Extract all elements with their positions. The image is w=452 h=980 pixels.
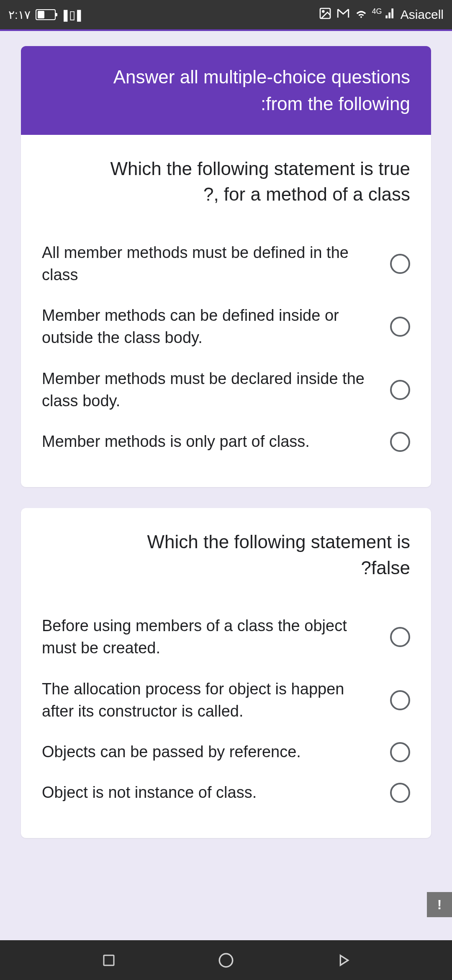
radio-icon[interactable]: [390, 380, 410, 400]
form-header: Answer all multiple-choice questions :fr…: [21, 46, 431, 135]
option-row[interactable]: Member methods can be defined inside or …: [42, 295, 410, 358]
option-row[interactable]: All member methods must be defined in th…: [42, 232, 410, 295]
radio-icon[interactable]: [390, 690, 410, 710]
wifi-icon: [354, 7, 368, 23]
option-row[interactable]: Before using members of a class the obje…: [42, 606, 410, 668]
svg-point-3: [219, 954, 233, 967]
vibrate-icon: ❚▯❚: [61, 8, 82, 22]
option-text: Member methods can be defined inside or …: [42, 304, 378, 349]
nav-back-button[interactable]: [333, 950, 354, 971]
nav-recent-button[interactable]: [98, 950, 119, 971]
header-title-line1: Answer all multiple-choice questions: [42, 64, 410, 90]
option-text: Member methods must be declared inside t…: [42, 368, 378, 412]
option-row[interactable]: Object is not instance of class.: [42, 772, 410, 813]
carrier-name: Asiacell: [401, 8, 444, 22]
status-bar: ٢:١٧ ❚▯❚ 4G Asiacell: [0, 0, 452, 29]
option-row[interactable]: The allocation process for object is hap…: [42, 669, 410, 732]
navigation-bar: [0, 940, 452, 980]
radio-icon[interactable]: [390, 317, 410, 337]
option-row[interactable]: Objects can be passed by reference.: [42, 732, 410, 772]
radio-icon[interactable]: [390, 432, 410, 452]
battery-icon: [36, 9, 56, 20]
status-right: 4G Asiacell: [318, 6, 444, 23]
status-time: ٢:١٧: [8, 8, 31, 22]
option-text: Member methods is only part of class.: [42, 431, 378, 453]
option-text: All member methods must be defined in th…: [42, 242, 378, 286]
status-left: ٢:١٧ ❚▯❚: [8, 8, 82, 22]
option-text: Object is not instance of class.: [42, 781, 378, 804]
header-title-line2: :from the following: [42, 90, 410, 117]
option-text: The allocation process for object is hap…: [42, 678, 378, 722]
question-card-1: Which the following statement is true ?,…: [21, 135, 431, 487]
radio-icon[interactable]: [390, 783, 410, 803]
feedback-button[interactable]: !: [427, 892, 452, 917]
radio-icon[interactable]: [390, 627, 410, 647]
option-row[interactable]: Member methods is only part of class.: [42, 421, 410, 462]
option-text: Before using members of a class the obje…: [42, 615, 378, 659]
signal-icon: [385, 8, 396, 22]
question-text: Which the following statement is ?false: [42, 529, 410, 580]
accent-line: [0, 29, 452, 31]
nav-home-button[interactable]: [216, 950, 236, 971]
image-icon: [318, 7, 332, 23]
radio-icon[interactable]: [390, 742, 410, 762]
question-card-2: Which the following statement is ?false …: [21, 508, 431, 838]
radio-icon[interactable]: [390, 254, 410, 274]
network-type: 4G: [372, 7, 382, 16]
question-text: Which the following statement is true ?,…: [42, 156, 410, 207]
content-area: Answer all multiple-choice questions :fr…: [0, 29, 452, 838]
exclamation-icon: !: [437, 897, 442, 913]
option-row[interactable]: Member methods must be declared inside t…: [42, 358, 410, 421]
svg-rect-2: [104, 955, 114, 965]
svg-point-1: [322, 10, 324, 12]
option-text: Objects can be passed by reference.: [42, 741, 378, 763]
gmail-icon: [336, 6, 350, 23]
